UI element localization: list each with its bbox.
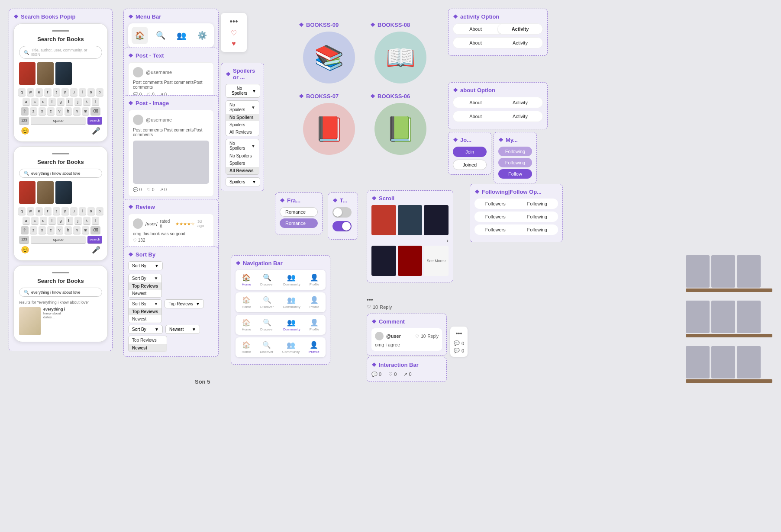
review-likes[interactable]: ♡ 132 <box>133 238 209 243</box>
spoilers-dropdown-1[interactable]: No Spoilers ▼ <box>226 84 260 98</box>
spoilers-no-spoilers-2[interactable]: No Spoilers <box>226 152 259 160</box>
followers-1[interactable]: Followers <box>474 199 516 209</box>
scroll-like[interactable]: ♡ <box>367 304 371 310</box>
scroll-dots[interactable]: ••• <box>367 296 373 303</box>
nav-discover-3[interactable]: 🔍Discover <box>260 318 274 331</box>
sort-item-top-reviews-2[interactable]: Top Reviews <box>129 308 161 315</box>
spoilers-all-reviews-2[interactable]: All Reviews <box>226 167 259 174</box>
toggle-off[interactable] <box>332 207 352 218</box>
follow-row-1: Followers Following <box>474 199 558 209</box>
nav-profile-1[interactable]: 👤Profile <box>310 273 320 286</box>
search-input-1[interactable]: 🔍 Title, author, user, community, or IBS… <box>19 46 102 59</box>
nav-profile-4[interactable]: 👤Profile <box>309 341 320 354</box>
following-3[interactable]: Following <box>516 224 558 235</box>
sort-item-newest-3[interactable]: Newest <box>129 344 167 352</box>
shelf-book-6 <box>737 301 761 333</box>
tag-romance-active[interactable]: Romance <box>280 218 318 228</box>
following-1[interactable]: Following <box>516 199 558 209</box>
followers-2[interactable]: Followers <box>474 212 516 222</box>
menu-search[interactable]: 🔍 <box>152 27 169 44</box>
join-button[interactable]: Join <box>453 147 487 157</box>
shelf-plank-3 <box>686 379 772 383</box>
comment-action-2[interactable]: 💬 0 <box>133 187 142 192</box>
sortby-label: Sort By <box>128 251 214 258</box>
comment-speech-icon[interactable]: 💬 <box>454 340 460 346</box>
following-2[interactable]: Following <box>516 212 558 222</box>
interaction-comment[interactable]: 💬 0 <box>371 372 381 377</box>
like-action-2[interactable]: ♡ 0 <box>147 187 154 192</box>
joined-button[interactable]: Joined <box>453 160 487 170</box>
sort-dropdown-1[interactable]: Sort By ▼ <box>128 261 163 270</box>
nav-community-4[interactable]: 👥Community <box>282 341 300 354</box>
comment-dots[interactable]: ••• <box>454 330 464 337</box>
sort-item-newest[interactable]: Newest <box>129 290 161 297</box>
nav-community-3[interactable]: 👥Community <box>283 318 300 331</box>
post-avatar-2 <box>133 115 143 125</box>
shelf-3 <box>686 346 772 383</box>
keyboard-bottom-2: 😊 🎤 <box>19 246 102 254</box>
see-more-btn[interactable]: See More › <box>424 246 449 276</box>
nav-home-3[interactable]: 🏠Home <box>242 318 251 331</box>
book-1 <box>19 62 36 85</box>
nav-profile-3[interactable]: 👤Profile <box>310 318 320 331</box>
about-btn-2[interactable]: About <box>453 38 498 48</box>
menu-home[interactable]: 🏠 <box>132 27 148 44</box>
review-rated: rated it <box>160 219 173 228</box>
nav-home-2[interactable]: 🏠Home <box>242 296 251 309</box>
sort-dropdown-2[interactable]: Top Reviews ▼ <box>165 299 204 308</box>
interaction-like[interactable]: ♡ 0 <box>388 372 397 377</box>
following-op-label: Following|Follow Op... <box>474 189 558 195</box>
interaction-share[interactable]: ↗ 0 <box>403 372 411 377</box>
spoilers-no-spoilers[interactable]: No Spoilers <box>226 114 259 121</box>
nav-community-2[interactable]: 👥Community <box>283 296 300 309</box>
nav-discover-4[interactable]: 🔍Discover <box>260 341 273 354</box>
nav-home-4[interactable]: 🏠Home <box>242 341 251 354</box>
spoilers-dropdown-2[interactable]: Spoilers ▼ <box>226 177 260 186</box>
fra-section: Fra... Romance Romance <box>275 192 323 234</box>
about-opt-activity-2[interactable]: Activity <box>498 111 542 122</box>
about-btn-1[interactable]: About <box>453 24 498 34</box>
following-btn-1[interactable]: Following <box>498 147 532 156</box>
tag-romance-outline[interactable]: Romance <box>280 207 318 217</box>
activity-btn-2[interactable]: Activity <box>498 38 542 48</box>
phone-title-1: Search for Books <box>19 36 102 42</box>
following-btn-2[interactable]: Following <box>498 158 532 167</box>
like-icon-1[interactable]: ♡ <box>231 29 237 37</box>
toggle-on[interactable] <box>332 221 352 231</box>
sort-dropdown-3[interactable]: Sort By ▼ <box>128 325 163 334</box>
book-06-circle: 📗 <box>374 103 426 155</box>
nav-profile-2[interactable]: 👤Profile <box>310 296 320 309</box>
nav-discover-2[interactable]: 🔍Discover <box>260 296 274 309</box>
about-opt-about-2[interactable]: About <box>453 111 498 122</box>
menu-community[interactable]: 👥 <box>173 27 190 44</box>
share-action-2[interactable]: ↗ 0 <box>160 187 167 192</box>
comment-likes-icon[interactable]: ♡ <box>415 334 419 339</box>
nav-community-1[interactable]: 👥Community <box>283 273 300 286</box>
about-opt-about-1[interactable]: About <box>453 97 498 108</box>
nav-home-1[interactable]: 🏠Home <box>242 273 251 286</box>
scroll-chevron-1[interactable]: › <box>446 237 449 244</box>
comment-bubble-icon[interactable]: 💬 <box>454 348 460 353</box>
search-input-2[interactable]: 🔍 everything i know about love <box>19 169 102 178</box>
activity-btn-1[interactable]: Activity <box>498 24 542 34</box>
follow-btn[interactable]: Follow <box>498 169 532 179</box>
sort-item-top-reviews[interactable]: Top Reviews <box>129 282 161 290</box>
three-dots-1[interactable]: ••• <box>230 17 238 26</box>
sort-dropdown-newest[interactable]: Newest ▼ <box>165 325 200 334</box>
book-09-label: BOOKSS-09 <box>299 22 359 28</box>
heart-icon-filled[interactable]: ♥ <box>232 40 236 48</box>
scroll-reply[interactable]: Reply <box>380 304 392 310</box>
comment-reply[interactable]: Reply <box>427 334 439 339</box>
about-option-section: about Option About Activity About Activi… <box>448 82 548 129</box>
search-input-3[interactable]: 🔍 everything i know about love <box>19 288 102 297</box>
spoilers-all-reviews[interactable]: All Reviews <box>226 128 259 136</box>
about-opt-activity-1[interactable]: Activity <box>498 97 542 108</box>
shelf-book-9 <box>737 346 761 378</box>
followers-3[interactable]: Followers <box>474 224 516 235</box>
nav-discover-1[interactable]: 🔍Discover <box>260 273 274 286</box>
menu-settings[interactable]: ⚙️ <box>194 27 210 44</box>
spoilers-spoilers[interactable]: Spoilers <box>226 121 259 128</box>
key-q[interactable]: q <box>18 88 26 96</box>
sort-item-newest-2[interactable]: Newest <box>129 315 161 323</box>
spoilers-spoilers-2[interactable]: Spoilers <box>226 160 259 167</box>
